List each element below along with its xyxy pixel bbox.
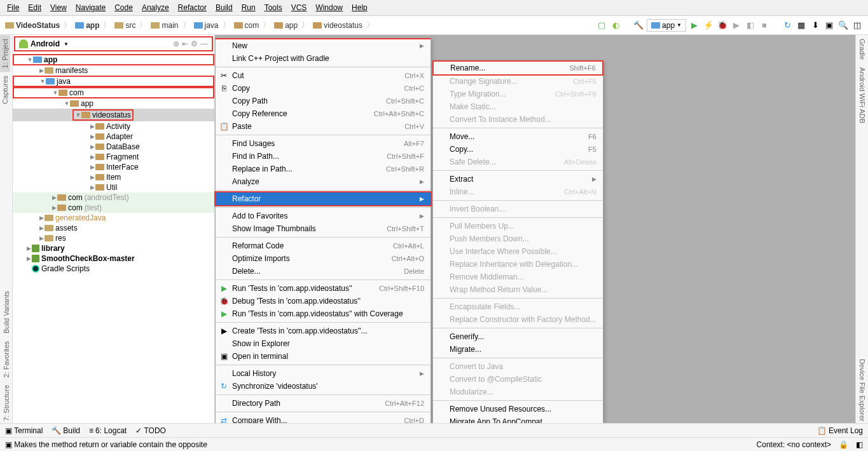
search-icon[interactable]: 🔍 [837,20,849,31]
tree-com-test[interactable]: ▶com(test) [13,203,214,213]
ctx-paste[interactable]: 📋PasteCtrl+V [216,120,431,133]
ctx-replace-in-path[interactable]: Replace in Path...Ctrl+Shift+R [216,163,431,175]
tab-build[interactable]: 🔨 Build [52,426,80,435]
ctx-rename[interactable]: Rename...Shift+F6 [434,62,602,74]
cast-icon[interactable]: ▢ [596,20,607,31]
apply-changes-icon[interactable]: ⚡ [703,20,714,31]
sdk-icon[interactable]: ⬇ [809,20,821,31]
ctx-add-favorites[interactable]: Add to Favorites▶ [216,210,431,222]
menu-build[interactable]: Build [211,1,237,14]
bc-app2[interactable]: app [274,21,298,30]
tree-smooth[interactable]: ▶SmoothCheckBox-master [13,253,214,264]
ctx-migrate[interactable]: Migrate... [433,343,603,356]
menu-window[interactable]: Window [311,1,347,14]
tab-todo[interactable]: ✓ TODO [135,426,165,435]
tree-videostatus[interactable]: ▼videostatus [13,109,214,121]
tree-library[interactable]: ▶library [13,243,214,253]
tab-project[interactable]: 1: Project [0,35,10,72]
ctx-local-history[interactable]: Local History▶ [216,367,431,380]
bc-com[interactable]: com [234,21,259,30]
tree-app[interactable]: ▼app [13,54,214,65]
menu-navigate[interactable]: Navigate [71,1,110,14]
menu-help[interactable]: Help [347,1,372,14]
ctx-copy-ref[interactable]: Copy ReferenceCtrl+Alt+Shift+C [216,107,431,120]
ctx-cut[interactable]: ✂CutCtrl+X [216,69,431,82]
ctx-link-cpp[interactable]: Link C++ Project with Gradle [216,52,431,65]
debug-button[interactable]: 🐞 [717,20,728,31]
tree-manifests[interactable]: ▶manifests [13,65,214,76]
bc-root[interactable]: VideoStatus [5,21,60,30]
attach-debugger-icon[interactable]: ◧ [745,20,756,31]
bc-main[interactable]: main [151,21,178,30]
ctx-refactor[interactable]: Refactor▶ [214,191,432,206]
android-icon[interactable]: ◐ [610,20,621,31]
menu-refactor[interactable]: Refactor [174,1,211,14]
menu-file[interactable]: File [3,1,24,14]
tree-fragment[interactable]: ▶Fragment [13,152,214,162]
status-indicator-icon[interactable]: ◧ [856,440,863,449]
tree-res[interactable]: ▶res [13,233,214,243]
collapse-icon[interactable]: ⇤ [182,39,188,48]
menu-view[interactable]: View [46,1,71,14]
ctx-create-tests[interactable]: ▶Create 'Tests in 'com.app.videostatus''… [216,325,431,337]
stop-button[interactable]: ■ [759,20,770,31]
tree-assets[interactable]: ▶assets [13,223,214,233]
gear-icon[interactable]: ⚙ [191,39,198,48]
ctx-open-terminal[interactable]: ▣Open in terminal [216,350,431,363]
tab-eventlog[interactable]: 📋 Event Log [817,426,863,435]
ctx-reformat[interactable]: Reformat CodeCtrl+Alt+L [216,239,431,252]
tab-captures[interactable]: Captures [0,72,10,108]
hammer-icon[interactable]: 🔨 [633,20,644,31]
tree-com[interactable]: ▼com [13,87,214,98]
ctx-copy-path[interactable]: Copy PathCtrl+Shift+C [216,95,431,107]
menu-edit[interactable]: Edit [24,1,46,14]
ctx-show-explorer[interactable]: Show in Explorer [216,337,431,350]
tab-gradle[interactable]: Gradle [856,35,868,64]
sync-icon[interactable]: ↻ [782,20,793,31]
tree-interface[interactable]: ▶InterFace [13,162,214,172]
profile-button[interactable]: ▶ [731,20,742,31]
ctx-find-in-path[interactable]: Find in Path...Ctrl+Shift+F [216,150,431,163]
tree-app-pkg[interactable]: ▼app [13,98,214,109]
ctx-find-usages[interactable]: Find UsagesAlt+F7 [216,137,431,150]
project-view-selector[interactable]: Android ▼ ⊕ ⇤ ⚙ — [14,36,213,51]
lock-icon[interactable]: 🔒 [839,440,848,449]
tab-wifi-adb[interactable]: Android WiFi ADB [856,64,868,127]
menu-code[interactable]: Code [110,1,137,14]
menu-run[interactable]: Run [237,1,260,14]
tree-activity[interactable]: ▶Activity [13,121,214,131]
ctx-remove-unused[interactable]: Remove Unused Resources... [433,403,603,415]
panels-icon[interactable]: ◫ [851,20,863,31]
hide-icon[interactable]: — [200,39,208,48]
tree-database[interactable]: ▶DataBase [13,142,214,152]
tree-util[interactable]: ▶Util [13,182,214,192]
ctx-copy[interactable]: ⎘CopyCtrl+C [216,82,431,95]
run-button[interactable]: ▶ [689,20,700,31]
ctx-move[interactable]: Move...F6 [433,130,603,143]
ctx-extract[interactable]: Extract▶ [433,173,603,185]
tab-logcat[interactable]: ≡ 6: Logcat [89,426,127,435]
menu-tools[interactable]: Tools [260,1,287,14]
bc-app[interactable]: app [75,21,99,30]
ctx-debug-tests[interactable]: 🐞Debug 'Tests in 'com.app.videostatus'' [216,295,431,307]
layout-inspector-icon[interactable]: ▣ [823,20,835,31]
ctx-delete[interactable]: Delete...Delete [216,265,431,278]
avd-icon[interactable]: ▦ [796,20,807,31]
bc-videostatus[interactable]: videostatus [313,21,362,30]
tree-java[interactable]: ▼java [13,76,214,87]
menu-analyze[interactable]: Analyze [137,1,174,14]
tree-com-androidtest[interactable]: ▶com(androidTest) [13,192,214,203]
menu-vcs[interactable]: VCS [287,1,312,14]
tab-terminal[interactable]: ▣ Terminal [5,426,43,435]
ctx-copy2[interactable]: Copy...F5 [433,143,603,156]
ctx-analyze[interactable]: Analyze▶ [216,175,431,188]
bc-src[interactable]: src [114,21,135,30]
tab-structure[interactable]: 7: Structure [0,381,12,425]
ctx-dir-path[interactable]: Directory PathCtrl+Alt+F12 [216,397,431,410]
bc-java[interactable]: java [194,21,219,30]
tree-adapter[interactable]: ▶Adapter [13,131,214,142]
ctx-run-tests[interactable]: ▶Run 'Tests in 'com.app.videostatus''Ctr… [216,282,431,295]
ctx-generify[interactable]: Generify... [433,330,603,343]
tree-generated[interactable]: ▶generatedJava [13,213,214,223]
run-config-select[interactable]: app ▼ [647,19,686,32]
